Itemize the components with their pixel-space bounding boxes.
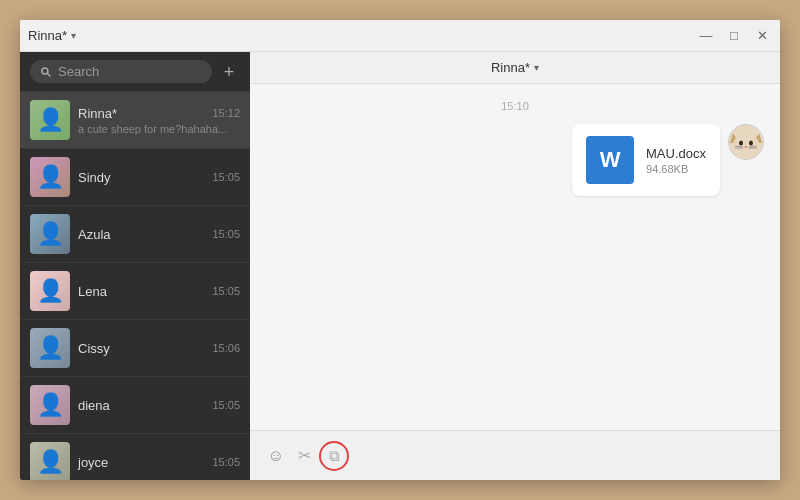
svg-line-1	[48, 73, 51, 76]
copy-button[interactable]: ⧉	[319, 441, 349, 471]
contact-info-azula: Azula15:05	[78, 227, 240, 242]
message-row: W MAU.docx 94.68KB	[266, 124, 764, 196]
title-bar: Rinna* ▾ — □ ✕	[20, 20, 780, 52]
chat-header: Rinna* ▾	[250, 52, 780, 84]
avatar-joyce	[30, 442, 70, 480]
maximize-button[interactable]: □	[724, 26, 744, 46]
contact-info-joyce: joyce15:05	[78, 455, 240, 470]
sidebar: + Rinna*15:12a cute sheep for me?hahaha.…	[20, 52, 250, 480]
emoji-button[interactable]: ☺	[262, 442, 290, 470]
svg-point-0	[42, 67, 48, 73]
chat-header-name: Rinna* ▾	[491, 60, 539, 75]
contact-time-sindy: 15:05	[212, 171, 240, 183]
contact-item-rinna[interactable]: Rinna*15:12a cute sheep for me?hahaha...	[20, 92, 250, 149]
svg-point-7	[749, 141, 753, 146]
contacts-list: Rinna*15:12a cute sheep for me?hahaha...…	[20, 92, 250, 480]
cut-icon: ✂	[298, 446, 311, 465]
avatar-diena	[30, 385, 70, 425]
avatar-azula	[30, 214, 70, 254]
search-icon	[40, 66, 52, 78]
window-title: Rinna* ▾	[28, 28, 76, 43]
contact-top-cissy: Cissy15:06	[78, 341, 240, 356]
contact-item-diena[interactable]: diena15:05	[20, 377, 250, 434]
contact-info-rinna: Rinna*15:12a cute sheep for me?hahaha...	[78, 106, 240, 135]
file-name: MAU.docx	[646, 146, 706, 161]
file-details: MAU.docx 94.68KB	[646, 146, 706, 175]
file-bubble[interactable]: W MAU.docx 94.68KB	[572, 124, 720, 196]
cat-avatar-svg	[729, 125, 763, 159]
svg-point-6	[739, 141, 743, 146]
sender-avatar	[728, 124, 764, 160]
avatar-lena	[30, 271, 70, 311]
window-title-text: Rinna*	[28, 28, 67, 43]
contact-info-sindy: Sindy15:05	[78, 170, 240, 185]
contact-time-rinna: 15:12	[212, 107, 240, 119]
contact-info-lena: Lena15:05	[78, 284, 240, 299]
file-size: 94.68KB	[646, 163, 706, 175]
contact-info-diena: diena15:05	[78, 398, 240, 413]
contact-top-diena: diena15:05	[78, 398, 240, 413]
contact-preview-rinna: a cute sheep for me?hahaha...	[78, 123, 240, 135]
contact-item-sindy[interactable]: Sindy15:05	[20, 149, 250, 206]
word-file-icon: W	[586, 136, 634, 184]
chat-contact-name: Rinna*	[491, 60, 530, 75]
contact-name-diena: diena	[78, 398, 110, 413]
contact-time-joyce: 15:05	[212, 456, 240, 468]
contact-time-azula: 15:05	[212, 228, 240, 240]
chat-area: Rinna* ▾ 15:10 W MAU.docx 94.68KB	[250, 52, 780, 480]
add-contact-button[interactable]: +	[218, 61, 240, 83]
contact-top-azula: Azula15:05	[78, 227, 240, 242]
minimize-button[interactable]: —	[696, 26, 716, 46]
contact-item-lena[interactable]: Lena15:05	[20, 263, 250, 320]
main-content: + Rinna*15:12a cute sheep for me?hahaha.…	[20, 52, 780, 480]
avatar-cissy	[30, 328, 70, 368]
title-bar-left: Rinna* ▾	[28, 28, 76, 43]
contact-time-lena: 15:05	[212, 285, 240, 297]
search-input-wrap	[30, 60, 212, 83]
contact-item-azula[interactable]: Azula15:05	[20, 206, 250, 263]
message-time-label: 15:10	[266, 100, 764, 112]
search-input[interactable]	[58, 64, 202, 79]
contact-name-sindy: Sindy	[78, 170, 111, 185]
contact-top-joyce: joyce15:05	[78, 455, 240, 470]
svg-point-5	[733, 134, 759, 156]
contact-time-cissy: 15:06	[212, 342, 240, 354]
svg-point-8	[745, 146, 748, 148]
window-title-chevron[interactable]: ▾	[71, 30, 76, 41]
contact-name-azula: Azula	[78, 227, 111, 242]
contact-name-lena: Lena	[78, 284, 107, 299]
contact-top-rinna: Rinna*15:12	[78, 106, 240, 121]
app-window: Rinna* ▾ — □ ✕ +	[20, 20, 780, 480]
contact-top-sindy: Sindy15:05	[78, 170, 240, 185]
chat-messages: 15:10 W MAU.docx 94.68KB	[250, 84, 780, 430]
avatar-sindy	[30, 157, 70, 197]
avatar-rinna	[30, 100, 70, 140]
word-icon-letter: W	[600, 147, 621, 173]
contact-name-cissy: Cissy	[78, 341, 110, 356]
contact-item-cissy[interactable]: Cissy15:06	[20, 320, 250, 377]
title-bar-controls: — □ ✕	[696, 26, 772, 46]
contact-top-lena: Lena15:05	[78, 284, 240, 299]
chat-chevron[interactable]: ▾	[534, 62, 539, 73]
contact-item-joyce[interactable]: joyce15:05	[20, 434, 250, 480]
contact-name-joyce: joyce	[78, 455, 108, 470]
contact-info-cissy: Cissy15:06	[78, 341, 240, 356]
contact-name-rinna: Rinna*	[78, 106, 117, 121]
contact-time-diena: 15:05	[212, 399, 240, 411]
close-button[interactable]: ✕	[752, 26, 772, 46]
search-bar: +	[20, 52, 250, 92]
chat-input-bar: ☺ ✂ ⧉	[250, 430, 780, 480]
